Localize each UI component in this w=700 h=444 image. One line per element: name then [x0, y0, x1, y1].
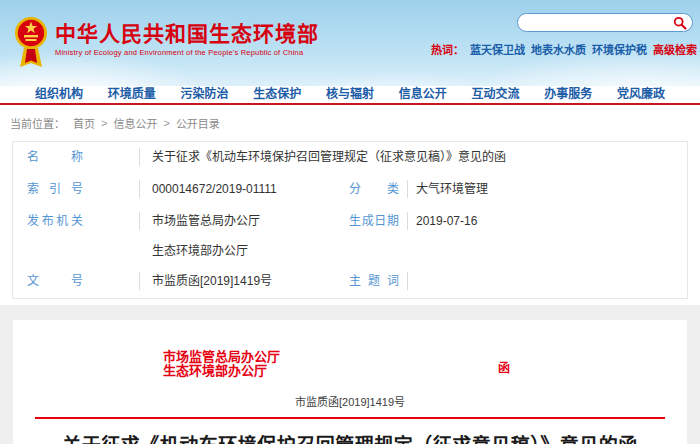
category-label: 分类 [349, 182, 399, 196]
doc-no-label: 文号 [27, 274, 83, 288]
divider [139, 148, 140, 166]
table-row-doc-no: 文号 市监质函[2019]1419号 主题词 [13, 266, 687, 298]
document-panel: 市场监管总局办公厅 生态环境部办公厅 函 市监质函[2019]1419号 关于征… [13, 320, 687, 444]
gen-date-label: 生成日期 [349, 214, 399, 228]
divider [139, 212, 140, 230]
nav-item-nuclear-radiation[interactable]: 核与辐射 [326, 86, 374, 103]
divider [407, 272, 408, 290]
issuing-org-value: 市场监管总局办公厅 生态环境部办公厅 [152, 214, 349, 258]
red-rule-divider [35, 417, 665, 419]
hot-word-link-1[interactable]: 蓝天保卫战 [470, 44, 525, 56]
document-issuing-orgs: 市场监管总局办公厅 生态环境部办公厅 [163, 350, 687, 377]
issuing-org-line-1: 市场监管总局办公厅 [152, 214, 349, 228]
index-no-label: 索引号 [27, 182, 83, 196]
search-icon [673, 16, 687, 30]
divider [139, 272, 140, 290]
divider [139, 180, 140, 198]
search-button[interactable] [672, 15, 688, 31]
site-name-cn: 中华人民共和国生态环境部 [55, 23, 319, 45]
table-row-index: 索引号 000014672/2019-01111 分类 大气环境管理 [13, 174, 687, 206]
hot-words-label: 热词： [431, 44, 464, 56]
hot-words: 热词：蓝天保卫战地表水水质环境保护税高级检索 [431, 41, 697, 57]
hot-word-link-2[interactable]: 地表水水质 [531, 44, 586, 56]
main-nav: 组织机构 环境质量 污染防治 生态保护 核与辐射 信息公开 互动交流 办事服务 … [0, 86, 700, 105]
table-row-issuing-org: 发布机关 市场监管总局办公厅 生态环境部办公厅 生成日期 2019-07-16 [13, 206, 687, 266]
home-link[interactable]: 中华人民共和国生态环境部 Ministry of Ecology and Env… [14, 13, 319, 71]
nav-item-eco-protection[interactable]: 生态保护 [253, 86, 301, 103]
issuing-org-line-2: 生态环境部办公厅 [152, 244, 349, 258]
site-header: 中华人民共和国生态环境部 Ministry of Ecology and Env… [0, 0, 700, 86]
document-number: 市监质函[2019]1419号 [13, 393, 687, 409]
nav-item-env-quality[interactable]: 环境质量 [108, 86, 156, 103]
page: 中华人民共和国生态环境部 Ministry of Ecology and Env… [0, 0, 700, 444]
document-title: 关于征求《机动车环境保护召回管理规定（征求意见稿）》意见的函 [13, 430, 687, 444]
site-titles: 中华人民共和国生态环境部 Ministry of Ecology and Env… [55, 13, 319, 57]
letter-type-char: 函 [498, 358, 510, 375]
breadcrumb-separator: > [101, 117, 107, 129]
document-info-table: 名称 关于征求《机动车环境保护召回管理规定（征求意见稿）》意见的函 索引号 00… [12, 141, 688, 299]
national-emblem-icon [14, 13, 48, 71]
issuing-org-label: 发布机关 [27, 214, 83, 228]
nav-item-party-conduct[interactable]: 党风廉政 [617, 86, 665, 103]
name-label: 名称 [27, 150, 83, 164]
content-background: 市场监管总局办公厅 生态环境部办公厅 函 市监质函[2019]1419号 关于征… [0, 305, 700, 444]
breadcrumb-separator: > [163, 117, 169, 129]
breadcrumb-home[interactable]: 首页 [73, 115, 95, 131]
name-value: 关于征求《机动车环境保护召回管理规定（征求意见稿）》意见的函 [152, 150, 687, 164]
hot-word-link-3[interactable]: 环境保护税 [592, 44, 647, 56]
breadcrumb-public-catalog[interactable]: 公开目录 [176, 115, 220, 131]
table-row-name: 名称 关于征求《机动车环境保护召回管理规定（征求意见稿）》意见的函 [13, 142, 687, 174]
document-org-line-2: 生态环境部办公厅 [163, 364, 687, 377]
breadcrumb-label: 当前位置： [10, 115, 65, 131]
advanced-search-link[interactable]: 高级检索 [653, 44, 697, 56]
nav-item-pollution-control[interactable]: 污染防治 [180, 86, 228, 103]
doc-no-value: 市监质函[2019]1419号 [152, 274, 349, 288]
gen-date-value: 2019-07-16 [416, 214, 687, 228]
subject-label: 主题词 [349, 274, 399, 288]
nav-item-services[interactable]: 办事服务 [544, 86, 592, 103]
divider [407, 180, 408, 198]
breadcrumb: 当前位置： 首页 > 信息公开 > 公开目录 [0, 105, 700, 141]
breadcrumb-info-disclosure[interactable]: 信息公开 [113, 115, 157, 131]
document-org-line-1: 市场监管总局办公厅 [163, 350, 687, 363]
nav-item-interaction[interactable]: 互动交流 [471, 86, 519, 103]
nav-item-organization[interactable]: 组织机构 [35, 86, 83, 103]
divider [407, 212, 408, 230]
nav-item-info-disclosure[interactable]: 信息公开 [399, 86, 447, 103]
search-box [517, 13, 693, 32]
category-value: 大气环境管理 [416, 182, 687, 196]
search-input[interactable] [528, 15, 672, 30]
site-name-en: Ministry of Ecology and Environment of t… [55, 48, 319, 57]
index-no-value: 000014672/2019-01111 [152, 182, 349, 196]
